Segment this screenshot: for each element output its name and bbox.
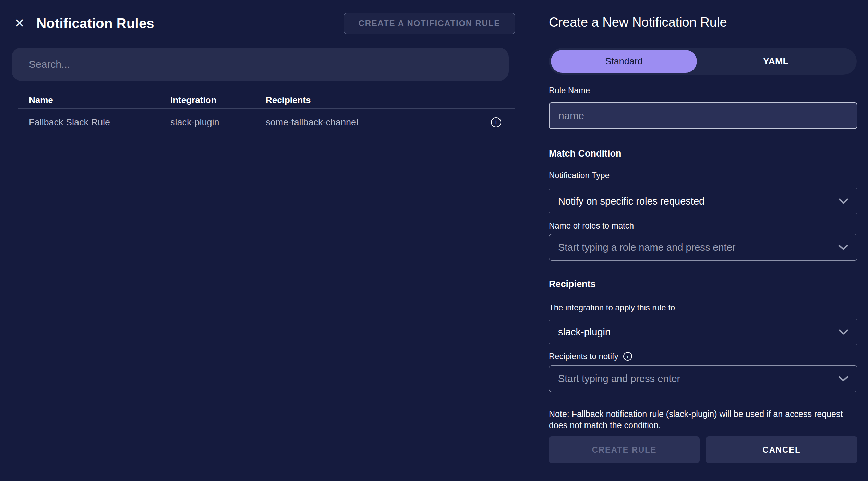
roles-to-match-select[interactable]: Start typing a role name and press enter: [549, 234, 857, 261]
integration-label: The integration to apply this rule to: [549, 303, 857, 312]
match-condition-heading: Match Condition: [549, 148, 857, 159]
column-header-name: Name: [18, 95, 170, 106]
rule-name-label: Rule Name: [549, 86, 857, 95]
rule-name-cell: Fallback Slack Rule: [18, 117, 170, 128]
fallback-note: Note: Fallback notification rule (slack-…: [549, 408, 851, 431]
notification-rules-panel: ✕ Notification Rules CREATE A NOTIFICATI…: [0, 0, 532, 481]
create-rule-panel: Create a New Notification Rule Standard …: [532, 0, 868, 481]
panel-title: Create a New Notification Rule: [549, 15, 857, 30]
rule-recipients-cell: some-fallback-channel: [266, 117, 477, 128]
close-icon[interactable]: ✕: [13, 16, 26, 31]
integration-value: slack-plugin: [558, 326, 611, 338]
info-icon[interactable]: i: [491, 117, 501, 127]
recipients-to-notify-select[interactable]: Start typing and press enter: [549, 365, 857, 392]
tab-standard[interactable]: Standard: [551, 50, 697, 73]
create-rule-button[interactable]: CREATE RULE: [549, 436, 700, 463]
form-actions: CREATE RULE CANCEL: [549, 436, 857, 463]
info-icon[interactable]: i: [623, 352, 632, 361]
roles-to-match-placeholder: Start typing a role name and press enter: [558, 242, 735, 253]
chevron-down-icon: [838, 329, 849, 335]
editor-mode-toggle: Standard YAML: [549, 48, 857, 75]
recipients-to-notify-label-row: Recipients to notify i: [549, 352, 857, 361]
notification-type-select[interactable]: Notify on specific roles requested: [549, 188, 857, 214]
search-input[interactable]: [12, 48, 509, 81]
page-title: Notification Rules: [36, 16, 154, 31]
notification-type-label: Notification Type: [549, 171, 857, 180]
table-row: Fallback Slack Rule slack-plugin some-fa…: [18, 109, 515, 136]
rule-name-input[interactable]: [549, 102, 857, 129]
recipients-heading: Recipients: [549, 279, 857, 289]
rule-actions-cell: i: [477, 117, 515, 127]
cancel-button[interactable]: CANCEL: [706, 436, 857, 463]
left-panel-header: ✕ Notification Rules CREATE A NOTIFICATI…: [13, 12, 515, 34]
chevron-down-icon: [838, 244, 849, 251]
column-header-recipients: Recipients: [266, 95, 477, 106]
rule-integration-cell: slack-plugin: [170, 117, 266, 128]
integration-select[interactable]: slack-plugin: [549, 319, 857, 345]
chevron-down-icon: [838, 375, 849, 382]
recipients-to-notify-label: Recipients to notify: [549, 352, 618, 361]
roles-to-match-label: Name of roles to match: [549, 221, 857, 231]
recipients-to-notify-placeholder: Start typing and press enter: [558, 373, 680, 384]
chevron-down-icon: [838, 198, 849, 205]
notification-type-value: Notify on specific roles requested: [558, 196, 704, 207]
rules-table: Name Integration Recipients Fallback Sla…: [18, 92, 515, 136]
tab-yaml[interactable]: YAML: [697, 50, 855, 73]
create-notification-rule-button[interactable]: CREATE A NOTIFICATION RULE: [344, 13, 515, 34]
column-header-integration: Integration: [170, 95, 266, 106]
table-header-row: Name Integration Recipients: [18, 92, 515, 109]
